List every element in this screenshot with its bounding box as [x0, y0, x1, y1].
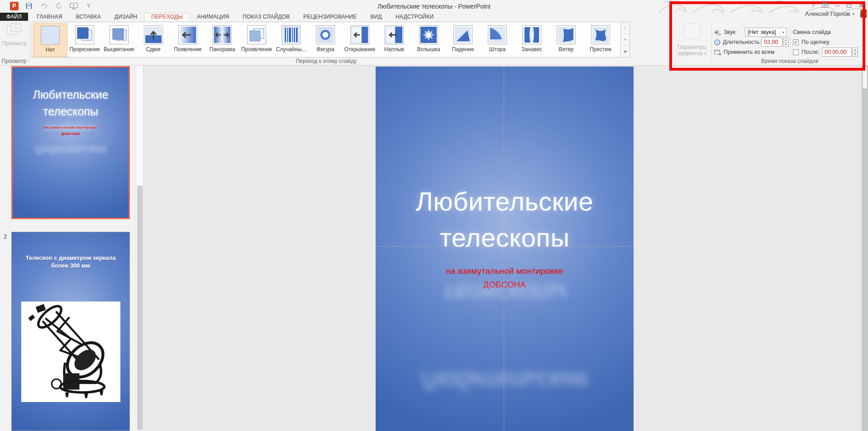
- slide-thumbnail-1[interactable]: Любительские телескопы на азимутальной м…: [11, 66, 130, 219]
- transition-fall[interactable]: Падение: [446, 23, 480, 57]
- transition-label: Наплыв: [384, 46, 404, 53]
- transition-wind-icon: [557, 25, 576, 44]
- transition-reveal-icon: [247, 25, 266, 44]
- slide-subtitle-line[interactable]: на азимутальной монтировке: [376, 266, 634, 276]
- preview-group-label: Просмотр: [0, 58, 28, 64]
- transition-fade-icon: [110, 25, 129, 44]
- group-separator: [29, 23, 29, 62]
- transition-cut[interactable]: Прорезание: [67, 23, 102, 57]
- title-reflection: телескопы: [13, 122, 129, 134]
- transition-reveal[interactable]: Проявление: [239, 23, 274, 57]
- transition-label: Появление: [174, 46, 202, 53]
- transition-label: Вспышка: [417, 46, 440, 53]
- title-reflection: Любительские: [376, 366, 634, 396]
- help-icon[interactable]: ?: [811, 3, 815, 9]
- preview-button[interactable]: Просмотр: [3, 23, 26, 57]
- tab-slideshow[interactable]: ПОКАЗ СЛАЙДОВ: [236, 13, 296, 21]
- transition-pan[interactable]: Панорама: [205, 23, 239, 57]
- transition-label: Штора: [489, 46, 506, 53]
- transition-wipe-icon: [178, 25, 197, 44]
- preview-icon: [6, 23, 23, 36]
- close-icon[interactable]: ✕: [858, 3, 863, 9]
- slide-title-line[interactable]: телескопы: [376, 222, 634, 253]
- transition-shape[interactable]: Фигура: [308, 23, 343, 57]
- slide-canvas[interactable]: Любительские телескопы на азимутальной м…: [143, 66, 862, 431]
- workspace: Любительские телескопы на азимутальной м…: [0, 66, 868, 431]
- title-reflection: Любительские: [13, 144, 129, 156]
- main-slide[interactable]: Любительские телескопы на азимутальной м…: [376, 67, 634, 431]
- transition-label: Сдвиг: [146, 46, 161, 53]
- transition-curtains-icon: [522, 25, 541, 44]
- transition-drape-icon: [488, 25, 507, 44]
- gallery-more-icon[interactable]: ▬▼: [621, 46, 630, 57]
- transition-wind[interactable]: Ветер: [549, 23, 583, 57]
- title-reflection: телескопы: [376, 278, 634, 308]
- slide-2-number: 2: [4, 233, 7, 240]
- gallery-scroll-up-icon[interactable]: ▲: [621, 22, 630, 34]
- transition-random-bars[interactable]: Случайны...: [274, 23, 308, 57]
- tab-review[interactable]: РЕЦЕНЗИРОВАНИЕ: [296, 13, 363, 21]
- tab-home[interactable]: ГЛАВНАЯ: [30, 13, 69, 21]
- transition-cover[interactable]: Наплыв: [377, 23, 411, 57]
- transition-group-label: Переход к этому слайду: [32, 58, 621, 64]
- transition-label: Падение: [452, 46, 474, 53]
- tab-addins[interactable]: НАДСТРОЙКИ: [389, 13, 440, 21]
- transition-label: Открывание: [344, 46, 375, 53]
- slide-thumbnail-2[interactable]: Телескоп с диаметром зеркала более 300 м…: [11, 232, 130, 431]
- transition-fade[interactable]: Выцветание: [102, 23, 136, 57]
- highlight-annotation-box: [669, 1, 865, 71]
- restore-icon[interactable]: [847, 3, 851, 9]
- transition-flash[interactable]: Вспышка: [411, 23, 446, 57]
- transition-label: Фигура: [316, 46, 334, 53]
- tab-view[interactable]: ВИД: [364, 13, 389, 21]
- horizontal-guide: [376, 246, 634, 247]
- transition-cut-icon: [75, 25, 94, 44]
- transition-shape-icon: [316, 25, 335, 44]
- telescope-image: [21, 302, 120, 402]
- transition-prestige-icon: [591, 25, 610, 44]
- transition-pan-icon: [213, 25, 232, 44]
- preview-button-label: Просмотр: [2, 40, 27, 47]
- transition-none-icon: [41, 26, 60, 45]
- main-scrollbar[interactable]: [862, 66, 868, 431]
- transition-push-icon: [144, 25, 163, 44]
- ribbon-display-options-icon[interactable]: [822, 2, 828, 9]
- tab-file[interactable]: ФАЙЛ: [0, 13, 28, 21]
- transition-label: Случайны...: [276, 46, 306, 53]
- tab-transitions[interactable]: ПЕРЕХОДЫ: [144, 13, 190, 21]
- slide-title-line[interactable]: Любительские: [376, 186, 634, 216]
- transition-push[interactable]: Сдвиг: [136, 23, 171, 57]
- transition-label: Прорезание: [69, 46, 100, 53]
- minimize-icon[interactable]: ─: [835, 3, 839, 9]
- transition-wipe[interactable]: Появление: [171, 23, 205, 57]
- vertical-guide: [504, 67, 504, 431]
- transition-label: Нет: [46, 47, 55, 53]
- transition-label: Панорама: [210, 46, 235, 53]
- transition-prestige[interactable]: Престиж: [583, 23, 618, 57]
- tab-animation[interactable]: АНИМАЦИЯ: [190, 13, 236, 21]
- slide-thumbnail-panel: Любительские телескопы на азимутальной м…: [0, 66, 136, 431]
- gallery-scroll-down-icon[interactable]: ▼: [621, 34, 630, 46]
- thumbnail-scrollbar-thumb[interactable]: [137, 186, 143, 430]
- transition-gallery: НетПрорезаниеВыцветаниеСдвигПоявлениеПан…: [32, 22, 621, 57]
- transition-label: Выцветание: [104, 46, 134, 53]
- transition-label: Престиж: [590, 46, 611, 53]
- transition-label: Занавес: [521, 46, 542, 53]
- transition-uncover[interactable]: Открывание: [343, 23, 377, 57]
- transition-none[interactable]: Нет: [33, 23, 67, 57]
- thumbnail-scrollbar[interactable]: [136, 66, 143, 431]
- transition-uncover-icon: [350, 25, 369, 44]
- gallery-scrollbar: ▲ ▼ ▬▼: [621, 22, 630, 57]
- transition-random-bars-icon: [281, 25, 300, 44]
- transition-fall-icon: [453, 25, 472, 44]
- transition-curtains[interactable]: Занавес: [515, 23, 549, 57]
- transition-cover-icon: [385, 25, 404, 44]
- tab-insert[interactable]: ВСТАВКА: [69, 13, 108, 21]
- transition-label: Ветер: [559, 46, 574, 53]
- transition-drape[interactable]: Штора: [480, 23, 515, 57]
- transition-label: Проявление: [241, 46, 272, 53]
- tab-design[interactable]: ДИЗАЙН: [108, 13, 144, 21]
- transition-flash-icon: [419, 25, 438, 44]
